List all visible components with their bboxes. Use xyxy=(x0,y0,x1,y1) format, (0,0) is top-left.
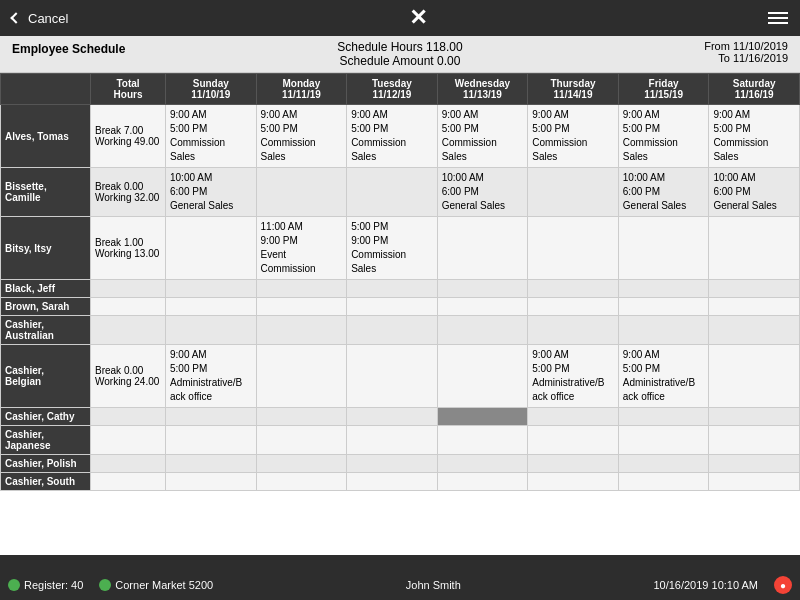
schedule-cell-thu[interactable]: 9:00 AM 5:00 PM Administrative/B ack off… xyxy=(528,345,619,408)
schedule-cell-sun[interactable] xyxy=(166,298,257,316)
schedule-cell-sun[interactable] xyxy=(166,408,257,426)
schedule-cell-fri[interactable]: 9:00 AM 5:00 PM Commission Sales xyxy=(618,105,709,168)
schedule-cell-tue[interactable]: 5:00 PM 9:00 PM Commission Sales xyxy=(347,217,438,280)
schedule-cell-thu[interactable] xyxy=(528,473,619,491)
table-row[interactable]: Cashier, Japanese xyxy=(1,426,800,455)
schedule-cell-sun[interactable] xyxy=(166,280,257,298)
schedule-cell-sat[interactable] xyxy=(709,408,800,426)
schedule-cell-tue[interactable] xyxy=(347,298,438,316)
schedule-cell-fri[interactable] xyxy=(618,408,709,426)
schedule-cell-thu[interactable]: 9:00 AM 5:00 PM Commission Sales xyxy=(528,105,619,168)
status-bar: Register: 40 Corner Market 5200 John Smi… xyxy=(0,570,800,600)
cancel-label: Cancel xyxy=(28,11,68,26)
schedule-table-container[interactable]: TotalHours Sunday11/10/19 Monday11/11/19… xyxy=(0,73,800,555)
schedule-cell-wed[interactable] xyxy=(437,280,528,298)
table-row[interactable]: Cashier, Cathy xyxy=(1,408,800,426)
schedule-cell-thu[interactable] xyxy=(528,426,619,455)
schedule-cell-fri[interactable] xyxy=(618,473,709,491)
menu-button[interactable] xyxy=(768,12,788,24)
schedule-cell-fri[interactable] xyxy=(618,280,709,298)
schedule-cell-mon[interactable] xyxy=(256,316,347,345)
col-wednesday: Wednesday11/13/19 xyxy=(437,74,528,105)
schedule-cell-tue[interactable] xyxy=(347,168,438,217)
table-row[interactable]: Black, Jeff xyxy=(1,280,800,298)
schedule-cell-sun[interactable]: 9:00 AM 5:00 PM Commission Sales xyxy=(166,105,257,168)
table-row[interactable]: Cashier, BelgianBreak 0.00 Working 24.00… xyxy=(1,345,800,408)
schedule-cell-thu[interactable] xyxy=(528,217,619,280)
schedule-cell-mon[interactable] xyxy=(256,298,347,316)
schedule-cell-mon[interactable] xyxy=(256,280,347,298)
table-row[interactable]: Bitsy, ItsyBreak 1.00 Working 13.0011:00… xyxy=(1,217,800,280)
schedule-cell-wed[interactable] xyxy=(437,316,528,345)
schedule-cell-fri[interactable] xyxy=(618,217,709,280)
schedule-cell-thu[interactable] xyxy=(528,408,619,426)
schedule-cell-thu[interactable] xyxy=(528,455,619,473)
schedule-cell-sun[interactable] xyxy=(166,473,257,491)
col-monday: Monday11/11/19 xyxy=(256,74,347,105)
schedule-cell-fri[interactable] xyxy=(618,316,709,345)
schedule-cell-wed[interactable] xyxy=(437,217,528,280)
schedule-cell-sun[interactable] xyxy=(166,217,257,280)
schedule-cell-wed[interactable] xyxy=(437,345,528,408)
schedule-cell-wed[interactable]: 9:00 AM 5:00 PM Commission Sales xyxy=(437,105,528,168)
schedule-cell-fri[interactable] xyxy=(618,455,709,473)
schedule-cell-mon[interactable]: 11:00 AM 9:00 PM Event Commission xyxy=(256,217,347,280)
table-row[interactable]: Cashier, Australian xyxy=(1,316,800,345)
schedule-cell-thu[interactable] xyxy=(528,168,619,217)
schedule-cell-wed[interactable]: 10:00 AM 6:00 PM General Sales xyxy=(437,168,528,217)
schedule-cell-tue[interactable]: 9:00 AM 5:00 PM Commission Sales xyxy=(347,105,438,168)
schedule-cell-mon[interactable]: 9:00 AM 5:00 PM Commission Sales xyxy=(256,105,347,168)
schedule-cell-mon[interactable] xyxy=(256,168,347,217)
schedule-cell-tue[interactable] xyxy=(347,316,438,345)
schedule-cell-sun[interactable] xyxy=(166,426,257,455)
schedule-cell-mon[interactable] xyxy=(256,345,347,408)
schedule-cell-tue[interactable] xyxy=(347,345,438,408)
schedule-cell-tue[interactable] xyxy=(347,473,438,491)
table-row[interactable]: Cashier, South xyxy=(1,473,800,491)
alert-icon[interactable]: ● xyxy=(774,576,792,594)
schedule-cell-tue[interactable] xyxy=(347,455,438,473)
schedule-cell-sat[interactable] xyxy=(709,426,800,455)
schedule-cell-mon[interactable] xyxy=(256,408,347,426)
schedule-cell-wed[interactable] xyxy=(437,473,528,491)
user-label: John Smith xyxy=(406,579,461,591)
schedule-cell-wed[interactable] xyxy=(437,408,528,426)
schedule-cell-sat[interactable] xyxy=(709,345,800,408)
schedule-cell-mon[interactable] xyxy=(256,426,347,455)
schedule-cell-tue[interactable] xyxy=(347,280,438,298)
table-row[interactable]: Brown, Sarah xyxy=(1,298,800,316)
schedule-cell-sun[interactable] xyxy=(166,455,257,473)
schedule-cell-sat[interactable]: 10:00 AM 6:00 PM General Sales xyxy=(709,168,800,217)
schedule-cell-wed[interactable] xyxy=(437,455,528,473)
schedule-table: TotalHours Sunday11/10/19 Monday11/11/19… xyxy=(0,73,800,491)
schedule-cell-fri[interactable]: 9:00 AM 5:00 PM Administrative/B ack off… xyxy=(618,345,709,408)
schedule-cell-sat[interactable] xyxy=(709,217,800,280)
schedule-cell-wed[interactable] xyxy=(437,426,528,455)
schedule-cell-sat[interactable] xyxy=(709,280,800,298)
schedule-cell-sat[interactable]: 9:00 AM 5:00 PM Commission Sales xyxy=(709,105,800,168)
schedule-cell-mon[interactable] xyxy=(256,455,347,473)
table-row[interactable]: Alves, TomasBreak 7.00 Working 49.009:00… xyxy=(1,105,800,168)
schedule-cell-fri[interactable]: 10:00 AM 6:00 PM General Sales xyxy=(618,168,709,217)
employee-name: Cashier, South xyxy=(1,473,91,491)
schedule-cell-sat[interactable] xyxy=(709,316,800,345)
schedule-cell-mon[interactable] xyxy=(256,473,347,491)
schedule-cell-sat[interactable] xyxy=(709,473,800,491)
schedule-cell-tue[interactable] xyxy=(347,426,438,455)
schedule-cell-sun[interactable]: 9:00 AM 5:00 PM Administrative/B ack off… xyxy=(166,345,257,408)
table-row[interactable]: Cashier, Polish xyxy=(1,455,800,473)
schedule-cell-thu[interactable] xyxy=(528,280,619,298)
register-icon xyxy=(8,579,20,591)
schedule-cell-sun[interactable]: 10:00 AM 6:00 PM General Sales xyxy=(166,168,257,217)
schedule-cell-thu[interactable] xyxy=(528,298,619,316)
schedule-cell-wed[interactable] xyxy=(437,298,528,316)
schedule-cell-sat[interactable] xyxy=(709,298,800,316)
schedule-cell-tue[interactable] xyxy=(347,408,438,426)
schedule-cell-fri[interactable] xyxy=(618,298,709,316)
cancel-button[interactable]: Cancel xyxy=(12,11,68,26)
schedule-cell-thu[interactable] xyxy=(528,316,619,345)
schedule-cell-fri[interactable] xyxy=(618,426,709,455)
table-row[interactable]: Bissette, CamilleBreak 0.00 Working 32.0… xyxy=(1,168,800,217)
schedule-cell-sun[interactable] xyxy=(166,316,257,345)
schedule-cell-sat[interactable] xyxy=(709,455,800,473)
